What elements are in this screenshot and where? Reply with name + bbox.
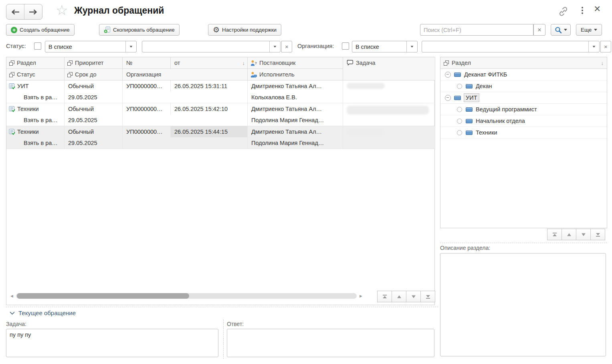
go-next-button[interactable] <box>406 291 421 302</box>
tree-item-nachalnik-otdela[interactable]: Начальник отдела <box>440 115 607 127</box>
section-group-icon <box>466 84 473 88</box>
go-first-button[interactable] <box>547 229 562 240</box>
leaf-circle-icon <box>457 119 462 124</box>
grouping-icon <box>67 72 73 77</box>
section-description-field[interactable] <box>440 253 606 356</box>
scrollbar-thumb[interactable] <box>17 293 189 299</box>
cell-razdel: Техники <box>17 129 39 135</box>
col-header-ot[interactable]: от ↓ <box>171 57 248 69</box>
cell-ispolnitel: Подолина Мария Геннад… <box>248 115 343 126</box>
cell-number: УП0000000… <box>123 103 171 115</box>
col-header-status[interactable]: Статус <box>6 69 65 80</box>
cell-organizatsiya <box>123 92 248 103</box>
chevron-down-icon[interactable] <box>125 41 136 52</box>
status-condition-select[interactable]: В списке <box>45 41 137 52</box>
cell-razdel: УИТ <box>17 83 29 89</box>
cell-zadacha-redacted <box>343 80 435 103</box>
window-menu-icon[interactable] <box>580 7 585 14</box>
col-header-number[interactable]: № <box>123 57 171 69</box>
go-last-button[interactable] <box>590 229 605 240</box>
organization-clear-button[interactable]: × <box>600 41 611 52</box>
request-document-icon <box>9 83 15 89</box>
col-header-postanovshchik[interactable]: ? Постановщик <box>248 57 343 69</box>
answer-field[interactable] <box>227 329 434 357</box>
table-row[interactable]: Техники Обычный УП0000000… 26.05.2025 15… <box>6 103 434 126</box>
status-value-combo[interactable] <box>142 41 281 52</box>
scroll-left-icon[interactable]: ◄ <box>10 294 14 298</box>
status-filter-checkbox[interactable] <box>34 42 41 50</box>
get-link-icon[interactable] <box>558 6 569 18</box>
svg-text:?: ? <box>255 61 257 65</box>
table-row[interactable]: УИТ Обычный УП0000000… 26.05.2025 15:31:… <box>6 80 434 103</box>
close-window-icon[interactable]: × <box>594 3 600 14</box>
cell-ispolnitel: Подолина Мария Геннад… <box>248 137 343 149</box>
tree-item-dekan[interactable]: Декан <box>440 80 607 92</box>
answer-label: Ответ: <box>227 321 244 327</box>
col-header-prioritet[interactable]: Приоритет <box>65 57 123 69</box>
go-first-button[interactable] <box>377 291 392 302</box>
col-header-razdel[interactable]: Раздел <box>6 57 65 69</box>
tree-item-uit[interactable]: УИТ <box>440 92 607 104</box>
page-title: Журнал обращений <box>74 5 164 16</box>
organization-value-combo[interactable] <box>422 41 600 52</box>
copy-document-icon <box>104 26 111 33</box>
go-prev-button[interactable] <box>392 291 406 302</box>
organization-condition-value: В списке <box>352 44 406 50</box>
create-request-button[interactable]: + Создать обращение <box>6 24 75 36</box>
collapse-icon[interactable] <box>445 72 451 78</box>
tree-header-razdel[interactable]: Раздел ↓ <box>440 57 607 69</box>
search-input[interactable] <box>420 27 533 33</box>
chevron-down-icon[interactable] <box>588 41 599 52</box>
scroll-right-icon[interactable]: ► <box>359 294 363 298</box>
chevron-down-icon[interactable] <box>406 41 417 52</box>
table-row-selected[interactable]: Техники Обычный УП0000000… 26.05.2025 15… <box>6 126 434 149</box>
cell-status: Взять в ра… <box>6 137 65 149</box>
copy-request-button[interactable]: Скопировать обращение <box>99 24 180 36</box>
search-clear-button[interactable]: × <box>533 24 545 36</box>
cell-srok-do: 29.05.2025 <box>65 137 123 149</box>
organization-condition-select[interactable]: В списке <box>352 41 418 52</box>
cell-ot: 26.05.2025 15:31:11 <box>171 80 248 92</box>
find-button[interactable] <box>551 24 571 36</box>
organization-filter-checkbox[interactable] <box>342 42 349 50</box>
task-field[interactable]: пу пу пу <box>6 329 218 357</box>
back-button[interactable] <box>6 4 24 19</box>
col-header-organizatsiya[interactable]: Организация <box>123 69 248 80</box>
go-prev-button[interactable] <box>562 229 576 240</box>
cell-organizatsiya <box>123 137 248 149</box>
table-nav-cluster <box>377 291 435 302</box>
tree-item-vedushchiy-programmist[interactable]: Ведущий программист <box>440 104 607 115</box>
go-next-button[interactable] <box>576 229 591 240</box>
collapse-icon[interactable] <box>445 95 451 101</box>
go-last-button[interactable] <box>420 291 435 302</box>
sections-tree-panel: Раздел ↓ Деканат ФИТКБ Декан УИТ Ведущий… <box>440 57 607 228</box>
more-button[interactable]: Еще <box>576 24 602 36</box>
col-header-srok-do[interactable]: Срок до <box>65 69 123 80</box>
tree-item-dekanat-fitkb[interactable]: Деканат ФИТКБ <box>440 69 607 80</box>
fields-divider <box>223 320 224 359</box>
status-clear-button[interactable]: × <box>281 41 292 52</box>
cell-srok-do: 29.05.2025 <box>65 115 123 126</box>
current-request-group-header[interactable]: Текущее обращение <box>10 310 76 316</box>
cell-postanovshchik: Дмитриенко Татьяна Ал… <box>248 103 343 115</box>
section-group-icon <box>466 107 473 112</box>
scrollbar-track[interactable] <box>16 293 357 299</box>
cell-razdel: Техники <box>17 106 39 112</box>
cell-number: УП0000000… <box>123 80 171 92</box>
section-group-icon <box>454 72 461 77</box>
status-filter-label: Статус: <box>6 43 26 49</box>
support-settings-button[interactable]: ⚙ Настройки поддержки <box>208 24 281 36</box>
request-document-icon <box>9 129 15 135</box>
favorite-star-icon[interactable]: ☆ <box>56 3 68 17</box>
bottom-section-divider <box>6 307 438 307</box>
sort-desc-icon: ↓ <box>242 60 245 66</box>
col-header-ispolnitel[interactable]: Исполнитель <box>248 69 343 80</box>
cell-postanovshchik: Дмитриенко Татьяна Ал… <box>248 80 343 92</box>
forward-button[interactable] <box>24 4 42 19</box>
col-header-zadacha[interactable]: Задача <box>343 57 435 80</box>
tree-item-tekhniki[interactable]: Техники <box>440 127 607 139</box>
cell-status: Взять в ра… <box>6 92 65 103</box>
grouping-icon <box>444 60 449 66</box>
section-group-icon <box>466 131 473 135</box>
chevron-down-icon[interactable] <box>269 41 280 52</box>
